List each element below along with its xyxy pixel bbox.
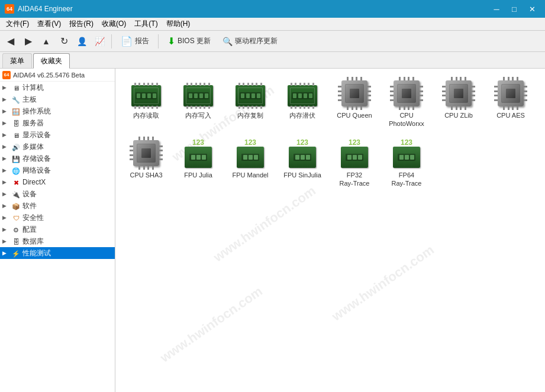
- report-button[interactable]: 📄 报告: [115, 33, 154, 50]
- benchmark-icon-fpu-julia: 123: [183, 138, 214, 169]
- benchmark-label-mem-read: 内存读取: [133, 111, 159, 119]
- tab-bar: 菜单 收藏夹: [0, 52, 545, 69]
- sidebar-icon-software: 📦: [12, 202, 20, 210]
- app-version: AIDA64 v6.25.5476 Beta: [13, 72, 85, 79]
- forward-button[interactable]: ▶: [20, 33, 37, 50]
- sidebar-item-directx[interactable]: ▶✖DirectX: [0, 176, 115, 188]
- menu-tools[interactable]: 工具(T): [131, 18, 161, 30]
- sidebar-item-server[interactable]: ▶🗄服务器: [0, 117, 115, 129]
- sidebar-icon-os: 🪟: [12, 107, 20, 116]
- sidebar-label-software: 软件: [22, 201, 37, 211]
- benchmark-cpu-zlib[interactable]: CPU ZLib: [435, 76, 482, 131]
- menu-favorites[interactable]: 收藏(O): [98, 18, 130, 30]
- benchmark-label-mem-write: 内存写入: [185, 111, 211, 119]
- toolbar-separator-1: [111, 34, 112, 48]
- bios-icon: ⬇: [167, 35, 175, 47]
- benchmark-fp32-raytrace[interactable]: 123FP32 Ray-Trace: [331, 135, 378, 190]
- benchmark-label-cpu-photoworxx: CPU PhotoWorxx: [385, 111, 428, 128]
- user-button[interactable]: 👤: [73, 33, 90, 50]
- benchmark-label-cpu-zlib: CPU ZLib: [444, 111, 473, 119]
- benchmark-mem-write[interactable]: 内存写入: [175, 76, 222, 131]
- sidebar-arrow-config: ▶: [2, 226, 9, 232]
- benchmark-fp64-raytrace[interactable]: 123FP64 Ray-Trace: [383, 135, 430, 190]
- driver-update-button[interactable]: 🔍 驱动程序更新: [217, 33, 283, 50]
- benchmark-mem-read[interactable]: 内存读取: [122, 76, 170, 131]
- menu-file[interactable]: 文件(F): [2, 18, 33, 30]
- sidebar-icon-devices: 🔌: [12, 190, 20, 199]
- benchmark-icon-cpu-sha3: [131, 138, 162, 169]
- report-label: 报告: [135, 36, 149, 46]
- sidebar-arrow-computer: ▶: [2, 85, 9, 90]
- benchmark-cpu-sha3[interactable]: CPU SHA3: [122, 135, 170, 190]
- sidebar-item-motherboard[interactable]: ▶🔧主板: [0, 93, 115, 105]
- app-title: AIDA64 Engineer: [18, 5, 73, 13]
- menu-view[interactable]: 查看(V): [34, 18, 65, 30]
- sidebar-label-benchmark: 性能测试: [22, 248, 51, 258]
- sidebar-item-config[interactable]: ▶⚙配置: [0, 223, 115, 235]
- sidebar-icon-benchmark: ⚡: [12, 249, 20, 258]
- sidebar-item-computer[interactable]: ▶🖥计算机: [0, 82, 115, 93]
- up-button[interactable]: ▲: [38, 33, 54, 50]
- benchmark-icon-mem-copy: [235, 78, 266, 109]
- sidebar-icon-multimedia: 🔊: [12, 142, 20, 151]
- sidebar-label-storage: 存储设备: [22, 154, 51, 164]
- content-area: www.hwinfocn.com www.hwinfocn.com www.hw…: [115, 69, 545, 392]
- chart-button[interactable]: 📈: [91, 33, 108, 50]
- benchmark-icon-cpu-aes: [495, 78, 526, 109]
- benchmark-label-fpu-julia: FPU Julia: [184, 171, 212, 179]
- watermark-4: www.hwinfocn.com: [329, 242, 437, 325]
- tab-menu[interactable]: 菜单: [2, 53, 32, 68]
- benchmark-label-fp64-raytrace: FP64 Ray-Trace: [392, 171, 422, 188]
- sidebar-item-display[interactable]: ▶🖥显示设备: [0, 129, 115, 141]
- sidebar-item-network[interactable]: ▶🌐网络设备: [0, 164, 115, 176]
- close-button[interactable]: ✕: [524, 3, 540, 15]
- benchmark-label-fp32-raytrace: FP32 Ray-Trace: [340, 171, 370, 188]
- sidebar-item-security[interactable]: ▶🛡安全性: [0, 212, 115, 223]
- sidebar-label-directx: DirectX: [22, 178, 46, 186]
- benchmark-fpu-sinjulia[interactable]: 123FPU SinJulia: [279, 135, 326, 190]
- sidebar-arrow-network: ▶: [2, 167, 9, 173]
- benchmark-fpu-julia[interactable]: 123FPU Julia: [175, 135, 222, 190]
- sidebar-arrow-storage: ▶: [2, 155, 9, 161]
- report-icon: 📄: [121, 35, 133, 47]
- sidebar-item-database[interactable]: ▶🗄数据库: [0, 235, 115, 247]
- tab-favorites[interactable]: 收藏夹: [33, 53, 70, 69]
- benchmark-cpu-aes[interactable]: CPU AES: [487, 76, 534, 131]
- menu-bar: 文件(F) 查看(V) 报告(R) 收藏(O) 工具(T) 帮助(H): [0, 18, 545, 31]
- sidebar-item-devices[interactable]: ▶🔌设备: [0, 188, 115, 200]
- sidebar-item-benchmark[interactable]: ▶⚡性能测试: [0, 247, 115, 259]
- sidebar-label-network: 网络设备: [22, 166, 51, 176]
- maximize-button[interactable]: □: [506, 3, 523, 15]
- menu-report[interactable]: 报告(R): [66, 18, 97, 30]
- benchmark-mem-copy[interactable]: 内存复制: [227, 76, 274, 131]
- back-button[interactable]: ◀: [2, 33, 19, 50]
- minimize-button[interactable]: ─: [488, 3, 505, 15]
- sidebar-item-multimedia[interactable]: ▶🔊多媒体: [0, 141, 115, 153]
- refresh-button[interactable]: ↻: [56, 33, 72, 50]
- benchmark-label-cpu-sha3: CPU SHA3: [130, 171, 162, 179]
- menu-help[interactable]: 帮助(H): [163, 18, 194, 30]
- driver-icon: 🔍: [222, 37, 233, 46]
- sidebar: 64 AIDA64 v6.25.5476 Beta ▶🖥计算机▶🔧主板▶🪟操作系…: [0, 69, 115, 392]
- benchmark-mem-latency[interactable]: 内存潜伏: [279, 76, 326, 131]
- sidebar-arrow-database: ▶: [2, 238, 9, 244]
- sidebar-icon-computer: 🖥: [12, 83, 20, 92]
- sidebar-label-os: 操作系统: [22, 106, 51, 116]
- sidebar-arrow-software: ▶: [2, 203, 9, 209]
- benchmark-icon-mem-read: [131, 78, 162, 109]
- sidebar-icon-motherboard: 🔧: [12, 95, 20, 104]
- sidebar-item-os[interactable]: ▶🪟操作系统: [0, 105, 115, 117]
- benchmark-icon-mem-write: [183, 78, 214, 109]
- driver-label: 驱动程序更新: [235, 36, 278, 46]
- benchmark-icon-fp64-raytrace: 123: [391, 138, 422, 169]
- sidebar-item-software[interactable]: ▶📦软件: [0, 200, 115, 212]
- window-controls: ─ □ ✕: [488, 3, 540, 15]
- sidebar-label-database: 数据库: [22, 237, 44, 247]
- sidebar-label-config: 配置: [22, 225, 37, 235]
- benchmark-fpu-mandel[interactable]: 123FPU Mandel: [227, 135, 274, 190]
- sidebar-item-storage[interactable]: ▶💾存储设备: [0, 153, 115, 164]
- bios-update-button[interactable]: ⬇ BIOS 更新: [162, 33, 216, 50]
- benchmark-cpu-photoworxx[interactable]: CPU PhotoWorxx: [383, 76, 430, 131]
- sidebar-icon-database: 🗄: [12, 237, 20, 246]
- benchmark-cpu-queen[interactable]: CPU Queen: [331, 76, 378, 131]
